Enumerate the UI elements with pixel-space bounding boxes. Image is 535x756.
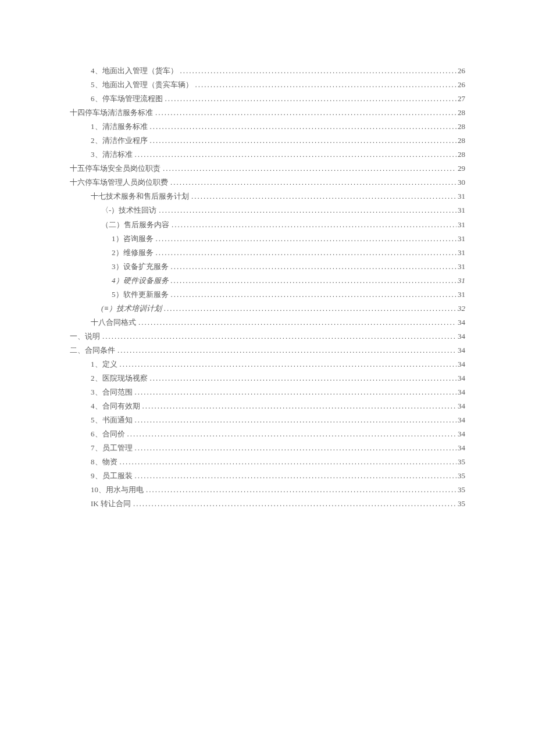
toc-page-number: 27: [458, 92, 465, 106]
toc-title: 二、合同条件: [70, 343, 115, 357]
toc-leader-dots: [159, 203, 456, 217]
toc-leader-dots: [138, 316, 456, 329]
toc-entry: 十四停车场清洁服务标准28: [70, 106, 465, 120]
toc-leader-dots: [156, 246, 457, 260]
toc-entry: 3、清洁标准28: [70, 148, 465, 162]
toc-entry: 2）维修服务31: [70, 246, 465, 260]
toc-leader-dots: [150, 371, 457, 385]
toc-leader-dots: [171, 260, 457, 274]
toc-page-number: 34: [458, 413, 465, 427]
toc-page-number: 35: [458, 483, 465, 497]
toc-entry: IK 转让合同35: [70, 497, 465, 511]
toc-leader-dots: [170, 175, 456, 189]
toc-page-number: 26: [458, 64, 465, 78]
toc-page-number: 32: [458, 302, 465, 316]
toc-page-number: 31: [458, 189, 465, 203]
toc-entry: 8、物资35: [70, 455, 465, 469]
toc-page-number: 31: [458, 232, 465, 246]
toc-page-number: 34: [458, 427, 465, 441]
toc-title: 4、合同有效期: [91, 399, 140, 413]
toc-page-number: 34: [458, 371, 465, 385]
toc-leader-dots: [191, 189, 456, 203]
toc-title: IK 转让合同: [91, 497, 131, 511]
toc-page-number: 35: [458, 455, 465, 469]
toc-entry: 9、员工服装35: [70, 469, 465, 483]
toc-title: 4、地面出入管理（货车）: [91, 64, 178, 78]
toc-title: 5、地面出入管理（贵宾车辆）: [91, 78, 193, 92]
toc-entry: 1、清洁服务标准28: [70, 120, 465, 134]
toc-page-number: 31: [458, 218, 465, 232]
toc-page-number: 31: [458, 260, 465, 274]
toc-page-number: 34: [458, 385, 465, 399]
toc-leader-dots: [120, 455, 457, 469]
toc-entry: 5）软件更新服务31: [70, 288, 465, 302]
toc-page-number: 34: [458, 399, 465, 413]
toc-leader-dots: [180, 64, 457, 78]
toc-title: （二）售后服务内容: [101, 218, 169, 232]
toc-entry: 2、医院现场视察34: [70, 371, 465, 385]
toc-entry: (≡）技术培训计划32: [70, 302, 465, 316]
toc-leader-dots: [135, 413, 457, 427]
toc-page-number: 28: [458, 106, 465, 120]
toc-leader-dots: [172, 218, 456, 232]
toc-leader-dots: [150, 120, 457, 134]
toc-title: 3、清洁标准: [91, 148, 133, 162]
toc-leader-dots: [135, 385, 457, 399]
toc-title: 十七技术服务和售后服务计划: [91, 189, 189, 203]
toc-entry: 3）设备扩充服务31: [70, 260, 465, 274]
toc-title: 6、停车场管理流程图: [91, 92, 163, 106]
toc-entry: 〈-）技术性回访31: [70, 203, 465, 217]
toc-page-number: 28: [458, 148, 465, 162]
toc-title: 1）咨询服务: [112, 232, 154, 246]
toc-page-number: 35: [458, 469, 465, 483]
toc-entry: 1、定义34: [70, 357, 465, 371]
toc-leader-dots: [156, 232, 457, 246]
toc-entry: 5、地面出入管理（贵宾车辆）26: [70, 78, 465, 92]
toc-entry: 十六停车场管理人员岗位职费30: [70, 175, 465, 189]
toc-leader-dots: [135, 441, 457, 455]
toc-entry: 4、合同有效期34: [70, 399, 465, 413]
toc-leader-dots: [171, 288, 457, 302]
toc-entry: 10、用水与用电35: [70, 483, 465, 497]
toc-entry: 十五停车场安全员岗位职责29: [70, 162, 465, 175]
toc-leader-dots: [133, 497, 456, 511]
toc-page-number: 34: [458, 316, 465, 329]
toc-page-number: 28: [458, 134, 465, 148]
toc-page-number: 34: [458, 441, 465, 455]
toc-title: 十四停车场清洁服务标准: [70, 106, 153, 120]
toc-entry: 5、书面通知34: [70, 413, 465, 427]
toc-title: 9、员工服装: [91, 469, 133, 483]
toc-entry: 4）硬件设备服务31: [70, 274, 465, 288]
toc-title: 十八合同格式: [91, 316, 136, 329]
toc-entry: 7、员工管理34: [70, 441, 465, 455]
toc-title: 〈-）技术性回访: [101, 203, 156, 217]
toc-page-number: 28: [458, 120, 465, 134]
toc-page-number: 30: [458, 175, 465, 189]
toc-leader-dots: [117, 343, 456, 357]
toc-leader-dots: [102, 329, 456, 343]
toc-page-number: 34: [458, 329, 465, 343]
toc-title: 6、合同价: [91, 427, 125, 441]
toc-leader-dots: [146, 483, 456, 497]
toc-title: (≡）技术培训计划: [101, 302, 162, 316]
toc-leader-dots: [195, 78, 457, 92]
toc-title: 5）软件更新服务: [112, 288, 169, 302]
toc-page-number: 31: [458, 288, 465, 302]
toc-page-number: 31: [458, 274, 465, 288]
toc-leader-dots: [142, 399, 457, 413]
toc-entry: 二、合同条件34: [70, 343, 465, 357]
toc-title: 10、用水与用电: [91, 483, 144, 497]
toc-title: 5、书面通知: [91, 413, 133, 427]
toc-title: 4）硬件设备服务: [112, 274, 169, 288]
toc-title: 十六停车场管理人员岗位职费: [70, 175, 168, 189]
toc-entry: （二）售后服务内容31: [70, 218, 465, 232]
toc-title: 8、物资: [91, 455, 117, 469]
toc-leader-dots: [150, 134, 457, 148]
toc-entry: 1）咨询服务31: [70, 232, 465, 246]
toc-title: 2、清洁作业程序: [91, 134, 148, 148]
toc-title: 1、定义: [91, 357, 117, 371]
toc-entry: 十七技术服务和售后服务计划31: [70, 189, 465, 203]
toc-leader-dots: [165, 92, 457, 106]
toc-page-number: 35: [458, 497, 465, 511]
toc-leader-dots: [135, 148, 457, 162]
